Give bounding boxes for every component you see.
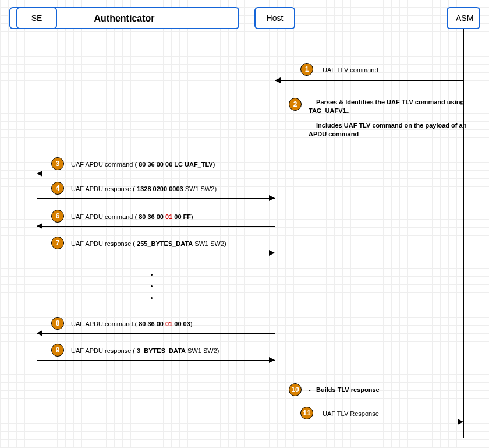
ellipsis-dot xyxy=(151,297,153,299)
step-9-bold: 3_BYTES_DATA xyxy=(137,347,186,354)
step-4-prefix: UAF APDU response ( xyxy=(71,185,137,192)
step-9-prefix: UAF APDU response ( xyxy=(71,347,137,354)
step-badge-8: 8 xyxy=(51,317,64,330)
step-3-bold: 80 36 00 00 LC UAF_TLV xyxy=(139,161,213,168)
step-badge-9: 9 xyxy=(51,344,64,357)
step-8-bold2: 00 03 xyxy=(172,320,190,327)
step-3-suffix: ) xyxy=(213,161,215,168)
participant-host: Host xyxy=(254,7,295,29)
step-4-label: UAF APDU response ( 1328 0200 0003 SW1 S… xyxy=(70,185,218,193)
lifeline-asm xyxy=(463,29,464,438)
step-8-suffix: ) xyxy=(190,320,193,327)
step-3-label: UAF APDU command ( 80 36 00 00 LC UAF_TL… xyxy=(70,160,216,168)
arrow-step-4 xyxy=(37,198,275,199)
step-6-prefix: UAF APDU command ( xyxy=(71,213,139,220)
step-11-label: UAF TLV Response xyxy=(321,410,380,418)
step-2-note-line1: Parses & Identifies the UAF TLV command … xyxy=(309,98,464,114)
step-10-note-line1: Builds TLV response xyxy=(316,386,380,393)
arrow-step-8 xyxy=(37,333,275,334)
arrowhead-step-1 xyxy=(275,77,281,83)
step-7-suffix: SW1 SW2) xyxy=(193,240,226,247)
step-3-prefix: UAF APDU command ( xyxy=(71,161,139,168)
arrow-step-9 xyxy=(37,360,275,361)
step-badge-10: 10 xyxy=(289,383,302,396)
step-8-bold: 80 36 00 xyxy=(139,320,165,327)
step-9-suffix: SW1 SW2) xyxy=(186,347,219,354)
arrow-step-6 xyxy=(37,226,275,227)
step-8-prefix: UAF APDU command ( xyxy=(71,320,139,327)
step-2-note: - Parses & Identifies the UAF TLV comman… xyxy=(309,98,477,138)
step-7-bold: 255_BYTES_DATA xyxy=(137,240,193,247)
arrowhead-step-4 xyxy=(269,195,275,201)
step-7-prefix: UAF APDU response ( xyxy=(71,240,137,247)
lifeline-host xyxy=(275,29,275,438)
step-badge-7: 7 xyxy=(51,237,64,249)
arrow-step-7 xyxy=(37,253,275,253)
step-2-note-line2: Includes UAF TLV command on the payload … xyxy=(309,122,466,137)
step-6-suffix: ) xyxy=(191,213,193,220)
step-badge-3: 3 xyxy=(51,157,64,170)
step-8-red: 01 xyxy=(165,320,172,327)
step-10-note: - Builds TLV response xyxy=(309,386,380,394)
step-4-bold: 1328 0200 0003 xyxy=(137,185,183,192)
step-9-label: UAF APDU response ( 3_BYTES_DATA SW1 SW2… xyxy=(70,347,221,355)
participant-asm: ASM xyxy=(447,7,480,29)
step-1-label: UAF TLV command xyxy=(321,66,380,74)
arrowhead-step-9 xyxy=(269,357,275,363)
step-8-label: UAF APDU command ( 80 36 00 01 00 03) xyxy=(70,320,194,328)
participant-se: SE xyxy=(16,7,57,29)
arrowhead-step-11 xyxy=(458,419,463,425)
ellipsis-dot xyxy=(151,285,153,287)
arrowhead-step-6 xyxy=(37,223,42,229)
step-badge-1: 1 xyxy=(300,63,313,76)
step-6-red: 01 xyxy=(165,213,172,220)
participant-host-label: Host xyxy=(267,13,284,23)
arrowhead-step-8 xyxy=(37,330,42,336)
step-6-bold: 80 36 00 xyxy=(139,213,165,220)
step-6-label: UAF APDU command ( 80 36 00 01 00 FF) xyxy=(70,213,194,221)
participant-se-label: SE xyxy=(31,13,42,23)
arrow-step-11 xyxy=(275,422,463,422)
arrow-step-3 xyxy=(37,174,275,174)
step-badge-4: 4 xyxy=(51,182,64,195)
participant-asm-label: ASM xyxy=(456,13,473,23)
step-badge-6: 6 xyxy=(51,210,64,223)
lifeline-se xyxy=(37,29,37,438)
step-badge-11: 11 xyxy=(300,407,313,419)
participant-authenticator-label: Authenticator xyxy=(94,8,155,29)
arrow-step-1 xyxy=(275,80,463,81)
arrowhead-step-3 xyxy=(37,171,42,177)
step-7-label: UAF APDU response ( 255_BYTES_DATA SW1 S… xyxy=(70,239,228,248)
step-6-bold2: 00 FF xyxy=(172,213,191,220)
ellipsis-dot xyxy=(151,274,153,276)
step-4-suffix: SW1 SW2) xyxy=(183,185,217,192)
arrowhead-step-7 xyxy=(269,250,275,256)
step-badge-2: 2 xyxy=(289,98,302,111)
